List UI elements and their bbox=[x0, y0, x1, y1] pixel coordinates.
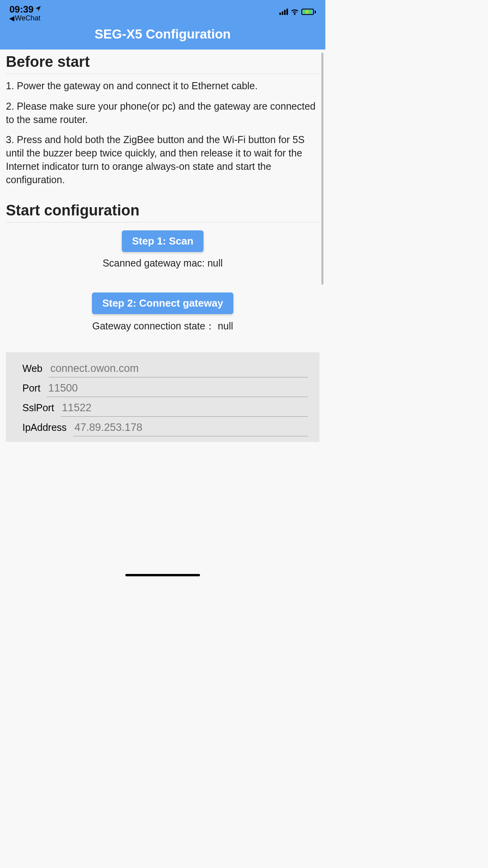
web-label: Web bbox=[22, 360, 49, 374]
scanned-mac-status: Scanned gateway mac: null bbox=[6, 257, 319, 269]
main-content: Before start 1. Power the gateway on and… bbox=[0, 50, 325, 579]
back-app-label: WeChat bbox=[15, 14, 40, 22]
status-time: 09:39 bbox=[9, 4, 33, 15]
instruction-3: 3. Press and hold both the ZigBee button… bbox=[6, 133, 319, 186]
port-label: Port bbox=[22, 379, 47, 394]
scan-button[interactable]: Step 1: Scan bbox=[122, 230, 204, 252]
sslport-label: SslPort bbox=[22, 399, 61, 414]
sslport-input[interactable] bbox=[61, 399, 308, 417]
instruction-1: 1. Power the gateway on and connect it t… bbox=[6, 79, 319, 93]
web-input[interactable] bbox=[49, 359, 308, 377]
cellular-signal-icon bbox=[279, 9, 288, 15]
location-icon bbox=[35, 6, 41, 14]
scrollbar[interactable] bbox=[321, 53, 323, 285]
battery-icon: ⚡ bbox=[301, 9, 316, 15]
before-start-heading: Before start bbox=[6, 50, 319, 74]
connection-state-status: Gateway connection state： null bbox=[6, 320, 319, 333]
connect-gateway-button[interactable]: Step 2: Connect gateway bbox=[92, 292, 233, 314]
wifi-icon bbox=[290, 9, 299, 15]
page-title: SEG-X5 Configuration bbox=[0, 27, 325, 42]
back-to-app[interactable]: ◀ WeChat bbox=[9, 14, 40, 22]
ipaddress-label: IpAddress bbox=[22, 419, 73, 433]
port-input[interactable] bbox=[47, 379, 308, 397]
back-arrow-icon: ◀ bbox=[9, 15, 14, 22]
config-fields-box: Web Port SslPort IpAddress bbox=[6, 352, 319, 442]
nav-bar: SEG-X5 Configuration bbox=[0, 22, 325, 50]
start-config-heading: Start configuration bbox=[6, 198, 319, 223]
home-indicator[interactable] bbox=[125, 574, 200, 576]
ipaddress-input[interactable] bbox=[73, 418, 308, 436]
instruction-2: 2. Please make sure your phone(or pc) an… bbox=[6, 100, 319, 127]
status-bar: 09:39 ◀ WeChat bbox=[0, 0, 325, 22]
